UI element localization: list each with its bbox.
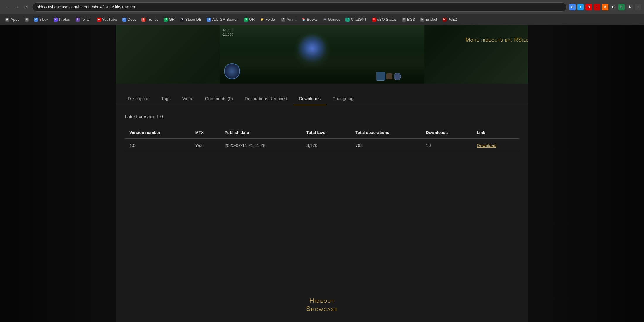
cell-version: 1.0 bbox=[125, 139, 191, 152]
ext-icon-1[interactable]: G bbox=[569, 4, 576, 10]
folder-icon: 📁 bbox=[260, 18, 264, 22]
reload-button[interactable]: ↺ bbox=[22, 3, 30, 11]
bookmark-steamdb-label: SteamDB bbox=[185, 17, 202, 22]
ext-icon-8[interactable]: ⬇ bbox=[626, 4, 633, 10]
col-version: Version number bbox=[125, 127, 191, 139]
back-button[interactable]: ← bbox=[3, 3, 11, 11]
bookmark-youtube[interactable]: ▶ YouTube bbox=[95, 16, 119, 23]
cell-total-decorations: 763 bbox=[351, 139, 421, 152]
hud-line2: 0/1,090 bbox=[222, 32, 233, 37]
bg3-icon: B bbox=[402, 18, 406, 22]
bookmark-bg3[interactable]: B BG3 bbox=[400, 16, 417, 23]
game-hud: 1/1,090 0/1,090 bbox=[222, 28, 233, 37]
ext-icon-9[interactable]: ⋮ bbox=[635, 4, 641, 10]
adv-gr-icon: G bbox=[207, 18, 211, 22]
bookmark-gr2[interactable]: G GR bbox=[242, 16, 257, 23]
bookmark-folder[interactable]: 📁 Folder bbox=[258, 16, 278, 23]
bookmark-steamdb[interactable]: S SteamDB bbox=[178, 16, 204, 23]
bookmark-twitch[interactable]: T Twitch bbox=[73, 16, 94, 23]
bookmark-books[interactable]: 📚 Books bbox=[299, 16, 320, 23]
bookmark-games-label: Games bbox=[328, 17, 340, 22]
grid-icon: ⊞ bbox=[25, 18, 29, 22]
address-bar[interactable]: hideoutshowcase.com/hideout/show/7420/ti… bbox=[32, 2, 567, 12]
downloads-table: Version number MTX Publish date Total fa… bbox=[125, 127, 519, 152]
tab-downloads[interactable]: Downloads bbox=[293, 93, 326, 105]
bookmark-games[interactable]: 🎮 Games bbox=[321, 16, 343, 23]
bookmarks-bar: ⊞ Apps ⊞ M Inbox P Proton T Twitch ▶ You… bbox=[0, 14, 644, 25]
apps-icon: ⊞ bbox=[5, 18, 9, 22]
ammi-icon: A bbox=[281, 18, 285, 22]
gr-icon: G bbox=[164, 18, 168, 22]
bookmark-ubo-label: uBO Status bbox=[377, 17, 397, 22]
bookmark-grid[interactable]: ⊞ bbox=[22, 17, 31, 23]
bookmark-ammi-label: Ammi bbox=[287, 17, 296, 22]
table-row: 1.0 Yes 2025-02-11 21:41:28 3,170 763 16… bbox=[125, 139, 519, 152]
proton-icon: P bbox=[54, 18, 58, 22]
hud-line1: 1/1,090 bbox=[222, 28, 233, 32]
browser-extension-icons: G T R ! A C E ⬇ ⋮ bbox=[569, 4, 641, 10]
bookmark-poe2[interactable]: P PoE2 bbox=[440, 16, 459, 23]
col-total-decorations: Total decorations bbox=[351, 127, 421, 139]
cell-publish-date: 2025-02-11 21:41:28 bbox=[220, 139, 302, 152]
col-downloads: Downloads bbox=[421, 127, 472, 139]
ext-icon-3[interactable]: R bbox=[585, 4, 592, 10]
forward-button[interactable]: → bbox=[12, 3, 20, 11]
bookmark-gr-label: GR bbox=[169, 17, 175, 22]
bookmark-apps[interactable]: ⊞ Apps bbox=[3, 16, 22, 23]
tab-description[interactable]: Description bbox=[122, 93, 155, 105]
bookmark-apps-label: Apps bbox=[11, 17, 19, 22]
ext-icon-5[interactable]: A bbox=[602, 4, 608, 10]
bookmark-proton[interactable]: P Proton bbox=[51, 16, 72, 23]
ext-icon-4[interactable]: ! bbox=[594, 4, 600, 10]
bookmark-chatgpt[interactable]: C ChatGPT bbox=[343, 16, 369, 23]
cell-total-favor: 3,170 bbox=[302, 139, 351, 152]
tab-tags[interactable]: Tags bbox=[155, 93, 177, 105]
trends-icon: T bbox=[141, 18, 145, 22]
tab-comments[interactable]: Comments (0) bbox=[199, 93, 239, 105]
games-icon: 🎮 bbox=[323, 18, 327, 22]
steamdb-icon: S bbox=[180, 18, 184, 22]
more-hideouts-title: More hideouts by: RSieben bbox=[466, 37, 542, 43]
twitch-icon: T bbox=[76, 18, 80, 22]
col-total-favor: Total favor bbox=[302, 127, 351, 139]
footer-line2: Showcase bbox=[306, 305, 338, 313]
bookmark-trends[interactable]: T Trends bbox=[139, 16, 161, 23]
browser-chrome: ← → ↺ hideoutshowcase.com/hideout/show/7… bbox=[0, 0, 644, 25]
latest-version-text: Latest version: 1.0 bbox=[125, 114, 519, 119]
downloads-content: Latest version: 1.0 Version number MTX P… bbox=[116, 105, 528, 322]
tabs-container: Description Tags Video Comments (0) Deco… bbox=[116, 93, 528, 105]
inbox-icon: M bbox=[34, 18, 38, 22]
bookmark-docs[interactable]: D Docs bbox=[120, 16, 139, 23]
esided-icon: E bbox=[420, 18, 424, 22]
tab-video[interactable]: Video bbox=[177, 93, 199, 105]
nav-buttons: ← → ↺ bbox=[3, 3, 30, 11]
cell-downloads: 16 bbox=[421, 139, 472, 152]
bookmark-books-label: Books bbox=[307, 17, 317, 22]
bookmark-chatgpt-label: ChatGPT bbox=[351, 17, 366, 22]
url-text: hideoutshowcase.com/hideout/show/7420/ti… bbox=[37, 5, 136, 9]
game-screenshot-inner: 1/1,090 0/1,090 bbox=[220, 25, 424, 84]
bookmark-esided[interactable]: E Esided bbox=[418, 16, 439, 23]
bookmark-ubo[interactable]: U uBO Status bbox=[370, 16, 399, 23]
bookmark-esided-label: Esided bbox=[425, 17, 437, 22]
bookmark-adv-gr[interactable]: G Adv GR Search bbox=[204, 16, 241, 23]
download-link[interactable]: Download bbox=[477, 143, 496, 148]
ext-icon-6[interactable]: C bbox=[610, 4, 616, 10]
scrollbar-corner[interactable]: ⬆ bbox=[634, 312, 641, 319]
bookmark-poe2-label: PoE2 bbox=[448, 17, 457, 22]
footer: Hideout Showcase bbox=[306, 297, 338, 313]
bookmark-ammi[interactable]: A Ammi bbox=[279, 16, 299, 23]
main-content-column: 1/1,090 0/1,090 More hideouts by: RSiebe… bbox=[116, 25, 528, 322]
tab-changelog[interactable]: Changelog bbox=[326, 93, 359, 105]
cell-mtx: Yes bbox=[191, 139, 220, 152]
bookmark-docs-label: Docs bbox=[128, 17, 136, 22]
cell-link[interactable]: Download bbox=[472, 139, 519, 152]
bookmark-trends-label: Trends bbox=[147, 17, 158, 22]
col-mtx: MTX bbox=[191, 127, 220, 139]
ext-icon-2[interactable]: T bbox=[577, 4, 584, 10]
bookmark-proton-label: Proton bbox=[59, 17, 70, 22]
bookmark-inbox[interactable]: M Inbox bbox=[32, 16, 51, 23]
tab-decorations-required[interactable]: Decorations Required bbox=[239, 93, 293, 105]
bookmark-gr[interactable]: G GR bbox=[161, 16, 177, 23]
ext-icon-7[interactable]: E bbox=[618, 4, 625, 10]
